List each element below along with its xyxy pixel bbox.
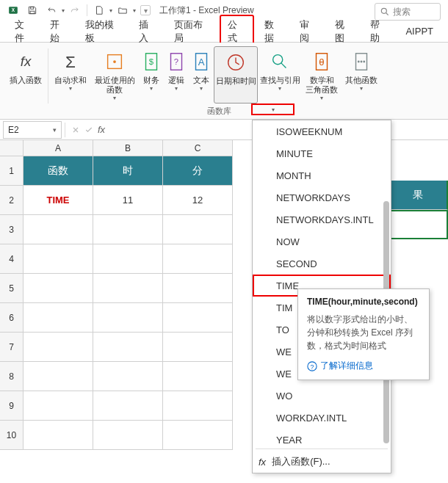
cell[interactable]	[24, 244, 93, 274]
row-header[interactable]: 1	[0, 156, 24, 186]
dropdown-insert-function[interactable]: fx 插入函数(F)...	[253, 451, 391, 473]
ribbon-more[interactable]: 其他函数▾	[342, 46, 381, 104]
svg-text:X: X	[12, 7, 15, 12]
cell[interactable]	[93, 215, 163, 244]
ribbon-recent[interactable]: 最近使用的 函数▾	[90, 46, 139, 104]
menu-bar: 文件开始我的模板插入页面布局公式数据审阅视图帮助AIPPT	[0, 21, 448, 43]
cell[interactable]	[24, 333, 93, 362]
tooltip-title: TIME(hour,minute,second)	[307, 297, 420, 307]
select-all-corner[interactable]	[0, 140, 24, 156]
row-header[interactable]: 2	[0, 186, 24, 215]
dropdown-item-networkdays.intl[interactable]: NETWORKDAYS.INTL	[253, 208, 391, 230]
help-icon: ?	[307, 361, 317, 371]
cell[interactable]	[93, 421, 163, 450]
name-box[interactable]: E2 ▾	[3, 121, 62, 139]
row-header[interactable]: 4	[0, 244, 24, 274]
col-header-c[interactable]: C	[163, 140, 233, 156]
cell[interactable]	[163, 362, 233, 391]
ribbon-datetime[interactable]: 日期和时间	[214, 46, 258, 104]
col-header-a[interactable]: A	[24, 140, 93, 156]
cell[interactable]	[93, 274, 163, 303]
cell[interactable]	[163, 215, 233, 244]
ribbon-finance[interactable]: $ 财务▾	[139, 46, 164, 104]
search-input[interactable]: 搜索	[375, 3, 441, 21]
row-header[interactable]: 8	[0, 362, 24, 391]
row-header[interactable]: 9	[0, 391, 24, 421]
confirm-icon[interactable]	[84, 126, 93, 134]
svg-point-4	[381, 8, 386, 13]
fx-icon: fx	[259, 457, 266, 468]
svg-text:Σ: Σ	[65, 53, 76, 71]
cell[interactable]	[163, 274, 233, 303]
dropdown-item-wo[interactable]: WO	[253, 385, 391, 407]
dropdown-item-minute[interactable]: MINUTE	[253, 142, 391, 164]
row-header[interactable]: 3	[0, 215, 24, 244]
svg-point-8	[113, 60, 116, 63]
svg-rect-2	[30, 11, 35, 14]
svg-text:?: ?	[311, 363, 314, 370]
ribbon-autosum[interactable]: Σ 自动求和▾	[51, 46, 90, 104]
search-placeholder: 搜索	[393, 6, 411, 18]
ribbon: fx 插入函数 Σ 自动求和▾ 最近使用的 函数▾ $ 财务▾ ? 逻辑▾ A …	[0, 43, 448, 120]
svg-point-22	[363, 61, 365, 63]
row-header[interactable]: 5	[0, 274, 24, 303]
row-header[interactable]: 7	[0, 333, 24, 362]
tooltip-description: 将以数字形式给出的小时、分钟和秒转换为 Excel 序列数，格式为时间格式	[307, 313, 420, 352]
svg-text:θ: θ	[319, 57, 324, 68]
dropdown-item-second[interactable]: SECOND	[253, 253, 391, 275]
tooltip-learn-more-link[interactable]: ? 了解详细信息	[307, 360, 420, 372]
cell[interactable]	[24, 215, 93, 244]
ribbon-group-label: 函数库	[207, 106, 231, 117]
cell[interactable]	[163, 391, 233, 421]
cell[interactable]	[93, 244, 163, 274]
cell[interactable]	[24, 303, 93, 333]
menu-AIPPT[interactable]: AIPPT	[398, 23, 441, 40]
svg-point-16	[273, 55, 283, 65]
cell-c1[interactable]: 分	[163, 156, 233, 186]
dropdown-item-month[interactable]: MONTH	[253, 164, 391, 186]
dropdown-item-year[interactable]: YEAR	[253, 429, 391, 447]
cell[interactable]	[163, 244, 233, 274]
cell-b1[interactable]: 时	[93, 156, 163, 186]
dropdown-item-networkdays[interactable]: NETWORKDAYS	[253, 186, 391, 208]
ribbon-text[interactable]: A 文本▾	[189, 46, 214, 104]
svg-point-21	[361, 61, 363, 63]
cell[interactable]	[163, 303, 233, 333]
cell[interactable]	[93, 333, 163, 362]
row-header[interactable]: 10	[0, 421, 24, 450]
col-header-b[interactable]: B	[93, 140, 163, 156]
cell-a1[interactable]: 函数	[24, 156, 93, 186]
cancel-icon[interactable]	[71, 126, 80, 134]
svg-rect-3	[31, 7, 34, 9]
ribbon-lookup[interactable]: 查找与引用▾	[258, 46, 302, 104]
cell[interactable]	[93, 391, 163, 421]
cell[interactable]	[163, 421, 233, 450]
ribbon-math[interactable]: θ 数学和 三角函数▾	[302, 46, 342, 104]
cell[interactable]	[93, 303, 163, 333]
svg-text:$: $	[149, 57, 154, 66]
chevron-down-icon: ▾	[53, 126, 57, 134]
cell[interactable]	[24, 391, 93, 421]
cell-f2-active[interactable]	[389, 210, 448, 239]
svg-text:fx: fx	[21, 54, 32, 69]
cell[interactable]	[24, 274, 93, 303]
cell[interactable]	[163, 333, 233, 362]
dropdown-item-workday.intl[interactable]: WORKDAY.INTL	[253, 407, 391, 429]
ribbon-insert-function[interactable]: fx 插入函数	[6, 46, 46, 104]
datetime-dropdown-chevron[interactable]: ▾	[251, 104, 295, 115]
cell[interactable]	[24, 362, 93, 391]
cell-a2[interactable]: TIME	[24, 186, 93, 215]
ribbon-logic[interactable]: ? 逻辑▾	[164, 46, 189, 104]
fx-icon[interactable]: fx	[98, 124, 105, 135]
svg-text:?: ?	[174, 57, 178, 66]
function-tooltip: TIME(hour,minute,second) 将以数字形式给出的小时、分钟和…	[297, 288, 430, 380]
svg-point-20	[358, 61, 360, 63]
dropdown-item-now[interactable]: NOW	[253, 230, 391, 253]
cell-b2[interactable]: 11	[93, 186, 163, 215]
cell[interactable]	[93, 362, 163, 391]
dropdown-item-isoweeknum[interactable]: ISOWEEKNUM	[253, 120, 391, 142]
row-header[interactable]: 6	[0, 303, 24, 333]
cell-f1-partial[interactable]: 果	[389, 181, 448, 210]
cell-c2[interactable]: 12	[163, 186, 233, 215]
cell[interactable]	[24, 421, 93, 450]
